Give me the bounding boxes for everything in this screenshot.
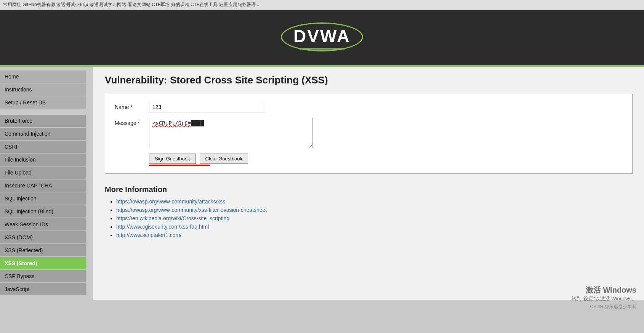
sidebar-top-group: Home Instructions Setup / Reset DB	[0, 70, 93, 109]
sidebar-item-sql-injection-blind[interactable]: SQL Injection (Blind)	[0, 205, 86, 218]
red-underline-area	[149, 165, 623, 166]
sidebar-item-sql-injection[interactable]: SQL Injection	[0, 192, 86, 205]
content-area: Home Instructions Setup / Reset DB Brute…	[0, 67, 644, 300]
more-info-section: More Information https://owasp.org/www-c…	[105, 185, 633, 238]
sidebar-item-xss-stored[interactable]: XSS (Stored)	[0, 257, 86, 269]
sidebar-item-javascript[interactable]: JavaScript	[0, 283, 86, 295]
more-info-title: More Information	[105, 185, 633, 194]
sidebar-item-setup[interactable]: Setup / Reset DB	[0, 96, 86, 109]
name-label: Name *	[115, 102, 149, 110]
name-input[interactable]	[149, 102, 263, 112]
browser-bar: 常用网址 GitHub机器资源 渗透测试小知识 渗透测试学习网站 看论文网站 C…	[0, 0, 644, 10]
message-label: Message *	[115, 118, 149, 126]
sidebar-item-weak-session-ids[interactable]: Weak Session IDs	[0, 218, 86, 231]
logo-oval-decoration	[300, 48, 345, 52]
dvwa-logo-text: DVWA	[293, 26, 351, 46]
sidebar: Home Instructions Setup / Reset DB Brute…	[0, 67, 93, 300]
link-5[interactable]: http://www.scriptalert1.com/	[116, 232, 181, 238]
sidebar-item-instructions[interactable]: Instructions	[0, 83, 86, 96]
sidebar-item-home[interactable]: Home	[0, 70, 86, 83]
red-underline	[149, 165, 210, 166]
form-box: Name * Message * <sCRiPt/SrC=<span style…	[105, 94, 633, 174]
list-item: http://www.cgisecurity.com/xss-faq.html	[116, 224, 633, 230]
sidebar-item-command-injection[interactable]: Command Injection	[0, 128, 86, 140]
sidebar-item-xss-dom[interactable]: XSS (DOM)	[0, 231, 86, 243]
form-buttons: Sign Guestbook Clear Guestbook	[149, 154, 623, 164]
sidebar-item-file-inclusion[interactable]: File Inclusion	[0, 154, 86, 166]
sidebar-item-csrf[interactable]: CSRF	[0, 141, 86, 153]
message-textarea[interactable]: <sCRiPt/SrC=<span style="background:#555…	[149, 118, 313, 148]
link-list: https://owasp.org/www-community/attacks/…	[105, 199, 633, 238]
clear-guestbook-button[interactable]: Clear Guestbook	[200, 154, 248, 164]
link-1[interactable]: https://owasp.org/www-community/attacks/…	[116, 199, 225, 205]
name-row: Name *	[115, 102, 623, 112]
link-3[interactable]: https://en.wikipedia.org/wiki/Cross-site…	[116, 215, 229, 221]
logo-inner: DVWA	[281, 22, 363, 51]
sidebar-item-insecure-captcha[interactable]: Insecure CAPTCHA	[0, 179, 86, 192]
link-2[interactable]: https://owasp.org/www-community/xss-filt…	[116, 207, 267, 213]
list-item: https://owasp.org/www-community/xss-filt…	[116, 207, 633, 213]
dvwa-logo: DVWA	[281, 22, 363, 51]
link-4[interactable]: http://www.cgisecurity.com/xss-faq.html	[116, 224, 209, 230]
sidebar-vuln-group: Brute Force Command Injection CSRF File …	[0, 115, 93, 295]
sign-guestbook-button[interactable]: Sign Guestbook	[149, 154, 196, 164]
page-title: Vulnerability: Stored Cross Site Scripti…	[105, 74, 633, 86]
sidebar-item-xss-reflected[interactable]: XSS (Reflected)	[0, 244, 86, 256]
list-item: https://en.wikipedia.org/wiki/Cross-site…	[116, 215, 633, 221]
main-content: Vulnerability: Stored Cross Site Scripti…	[93, 67, 644, 300]
message-row: Message * <sCRiPt/SrC=<span style="backg…	[115, 118, 623, 148]
sidebar-item-brute-force[interactable]: Brute Force	[0, 115, 86, 127]
sidebar-item-file-upload[interactable]: File Upload	[0, 166, 86, 179]
list-item: http://www.scriptalert1.com/	[116, 232, 633, 238]
logo-container: DVWA	[0, 17, 644, 59]
sidebar-item-csp-bypass[interactable]: CSP Bypass	[0, 270, 86, 282]
header: DVWA	[0, 10, 644, 67]
list-item: https://owasp.org/www-community/attacks/…	[116, 199, 633, 205]
sidebar-gap	[0, 109, 93, 115]
